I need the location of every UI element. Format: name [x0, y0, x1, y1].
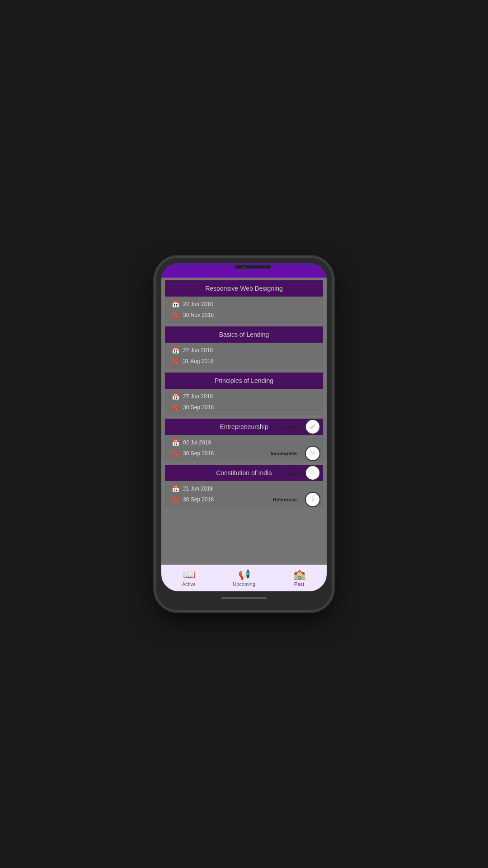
camera: [242, 267, 246, 271]
end-date-rwd: 30 Nov 2018: [183, 312, 214, 318]
start-date-ent: 02 Jul 2018: [183, 439, 211, 446]
course-card-ent[interactable]: Entrepreneurship Completed ✔ 📅 02 Jul 20…: [165, 419, 323, 461]
course-card-rwd[interactable]: Responsive Web Designing 📅 22 Jun 2018 ❌…: [165, 280, 323, 323]
course-list: Responsive Web Designing 📅 22 Jun 2018 ❌…: [161, 278, 327, 565]
phone-frame: Responsive Web Designing 📅 22 Jun 2018 ❌…: [156, 258, 332, 610]
course-header-coi: Constitution of India Lapsed −: [165, 465, 323, 481]
calendar-check-icon-bol: 📅: [171, 346, 179, 354]
calendar-x-icon-ent: ❌: [171, 449, 179, 458]
nav-item-past[interactable]: 🏫 Past: [272, 569, 327, 587]
calendar-x-icon-rwd: ❌: [171, 311, 179, 319]
start-date-rwd: 22 Jun 2018: [183, 301, 213, 307]
end-date-row-rwd: ❌ 30 Nov 2018: [171, 311, 317, 319]
end-date-bol: 31 Aug 2018: [183, 358, 213, 364]
start-date-row-pol: 📅 27 Jun 2018: [171, 392, 317, 401]
start-date-coi: 21 Jun 2018: [183, 486, 213, 492]
course-name-pol: Principles of Lending: [215, 377, 273, 384]
end-date-pol: 30 Sep 2018: [183, 404, 214, 410]
course-card-pol[interactable]: Principles of Lending 📅 27 Jun 2018 ❌ 30…: [165, 373, 323, 415]
start-date-row-rwd: 📅 22 Jun 2018: [171, 300, 317, 308]
bottom-navigation: 📖 Active 📢 Upcoming 🏫 Past: [161, 565, 327, 591]
course-header-pol: Principles of Lending: [165, 373, 323, 389]
end-badge-label-coi: Reference: [273, 497, 297, 502]
course-card-coi[interactable]: Constitution of India Lapsed − 📅 21 Jun …: [165, 465, 323, 507]
start-date-row-coi: 📅 21 Jun 2018: [171, 485, 317, 493]
header-badge-completed: Completed: [277, 424, 302, 429]
nav-item-upcoming[interactable]: 📢 Upcoming: [216, 569, 272, 587]
end-badge-label-ent: Incomplete: [271, 451, 297, 456]
course-name-ent: Entrepreneurship: [220, 423, 268, 430]
course-dates-rwd: 📅 22 Jun 2018 ❌ 30 Nov 2018: [165, 297, 323, 323]
start-date-bol: 22 Jun 2018: [183, 347, 213, 354]
header-badge-lapsed: Lapsed: [285, 470, 302, 476]
start-date-row-ent: 📅 02 Jul 2018: [171, 439, 317, 447]
nav-icon-active: 📖: [183, 569, 195, 580]
header-badge-icon-lapsed: −: [305, 465, 320, 481]
end-date-ent: 30 Sep 2018: [183, 450, 214, 457]
nav-label-past: Past: [294, 581, 304, 587]
nav-item-active[interactable]: 📖 Active: [161, 569, 216, 587]
nav-label-active: Active: [182, 581, 196, 587]
course-name-rwd: Responsive Web Designing: [205, 285, 283, 292]
end-badge-icon-ent: ✕: [305, 446, 320, 461]
start-date-pol: 27 Jun 2018: [183, 393, 213, 400]
phone-screen: Responsive Web Designing 📅 22 Jun 2018 ❌…: [161, 263, 327, 591]
calendar-check-icon-rwd: 📅: [171, 300, 179, 308]
speaker: [235, 265, 271, 269]
course-card-bol[interactable]: Basics of Lending 📅 22 Jun 2018 ❌ 31 Aug…: [165, 326, 323, 369]
calendar-x-icon-pol: ❌: [171, 403, 179, 411]
end-date-row-ent: ❌ 30 Sep 2018 Incomplete ✕: [171, 449, 317, 458]
course-name-coi: Constitution of India: [216, 469, 272, 476]
nav-icon-upcoming: 📢: [238, 569, 250, 580]
course-header-rwd: Responsive Web Designing: [165, 280, 323, 297]
header-badge-icon-completed: ✔: [305, 419, 320, 434]
course-dates-bol: 📅 22 Jun 2018 ❌ 31 Aug 2018: [165, 343, 323, 369]
calendar-check-icon-ent: 📅: [171, 439, 179, 447]
calendar-check-icon-pol: 📅: [171, 392, 179, 401]
course-name-bol: Basics of Lending: [219, 331, 269, 338]
nav-icon-past: 🏫: [293, 569, 305, 580]
end-date-row-pol: ❌ 30 Sep 2018: [171, 403, 317, 411]
calendar-check-icon-coi: 📅: [171, 485, 179, 493]
calendar-x-icon-coi: ❌: [171, 495, 179, 504]
course-header-ent: Entrepreneurship Completed ✔: [165, 419, 323, 435]
course-header-bol: Basics of Lending: [165, 326, 323, 343]
end-date-row-bol: ❌ 31 Aug 2018: [171, 357, 317, 365]
course-dates-coi: 📅 21 Jun 2018 ❌ 30 Sep 2018 Reference ℹ: [165, 481, 323, 507]
home-bar: [221, 597, 267, 599]
end-badge-icon-coi: ℹ: [305, 492, 320, 507]
course-dates-ent: 📅 02 Jul 2018 ❌ 30 Sep 2018 Incomplete ✕: [165, 435, 323, 461]
end-date-row-coi: ❌ 30 Sep 2018 Reference ℹ: [171, 495, 317, 504]
end-date-coi: 30 Sep 2018: [183, 496, 214, 503]
calendar-x-icon-bol: ❌: [171, 357, 179, 365]
start-date-row-bol: 📅 22 Jun 2018: [171, 346, 317, 354]
home-button-area: [161, 591, 327, 605]
nav-label-upcoming: Upcoming: [233, 581, 255, 587]
course-dates-pol: 📅 27 Jun 2018 ❌ 30 Sep 2018: [165, 389, 323, 415]
